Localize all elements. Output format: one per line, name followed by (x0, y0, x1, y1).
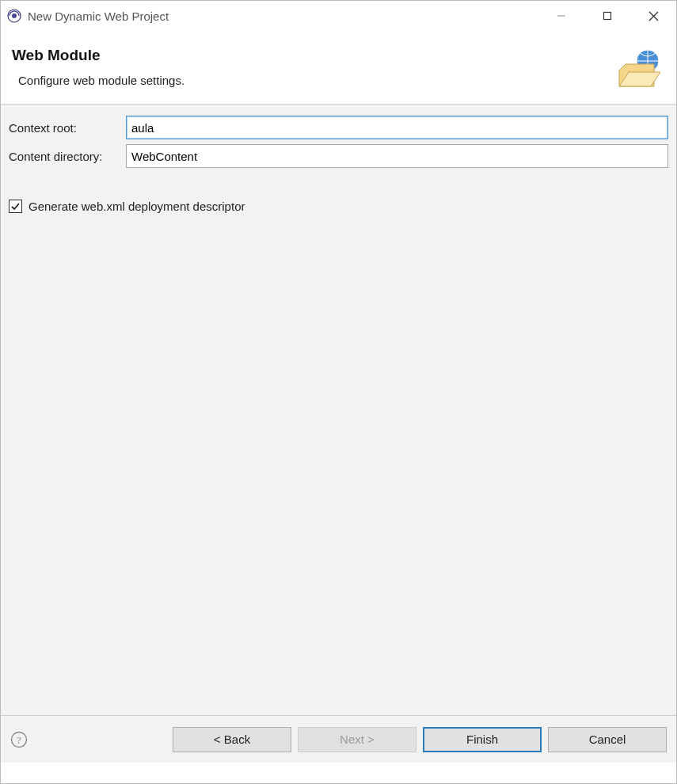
maximize-button[interactable] (584, 1, 630, 31)
context-root-input[interactable] (126, 116, 668, 139)
close-button[interactable] (630, 1, 676, 31)
wizard-footer: ? < Back Next > Finish Cancel (1, 715, 676, 763)
titlebar: New Dynamic Web Project (1, 1, 676, 31)
minimize-button[interactable] (538, 1, 584, 31)
back-button[interactable]: < Back (173, 727, 291, 752)
eclipse-icon (7, 9, 21, 23)
cancel-button[interactable]: Cancel (548, 727, 667, 752)
page-title: Web Module (12, 47, 614, 64)
window-title: New Dynamic Web Project (28, 10, 538, 23)
content-area: Context root: Content directory: Generat… (1, 104, 676, 715)
generate-webxml-checkbox[interactable] (9, 200, 22, 213)
svg-point-1 (12, 13, 17, 18)
wizard-header: Web Module Configure web module settings… (1, 31, 676, 104)
context-root-row: Context root: (9, 116, 668, 139)
svg-rect-3 (604, 13, 611, 20)
next-button: Next > (298, 727, 416, 752)
generate-webxml-row: Generate web.xml deployment descriptor (9, 200, 668, 213)
content-directory-input[interactable] (126, 144, 668, 168)
svg-text:?: ? (17, 734, 21, 746)
content-directory-label: Content directory: (9, 150, 126, 163)
web-project-icon (614, 48, 662, 89)
finish-button[interactable]: Finish (423, 727, 542, 752)
content-directory-row: Content directory: (9, 144, 668, 168)
generate-webxml-label: Generate web.xml deployment descriptor (29, 200, 245, 213)
context-root-label: Context root: (9, 121, 126, 135)
help-icon[interactable]: ? (10, 731, 28, 748)
page-subtitle: Configure web module settings. (12, 74, 614, 87)
window-controls (538, 1, 676, 31)
